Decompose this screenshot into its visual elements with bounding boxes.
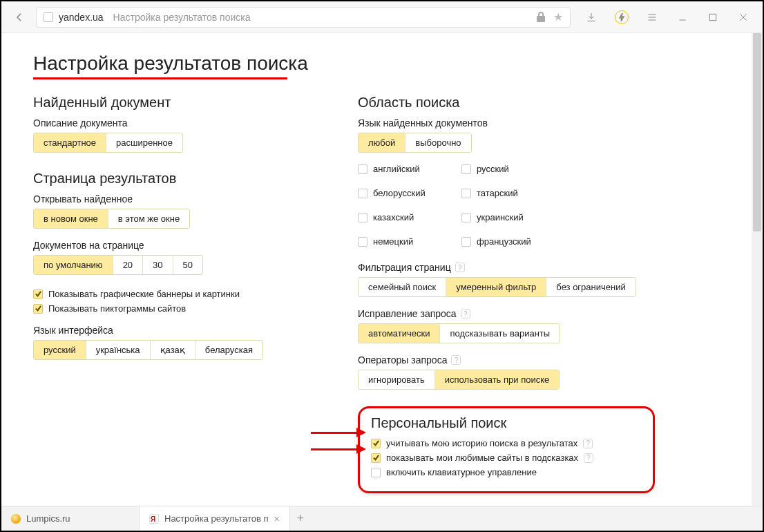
description-toggle: стандартное расширенное: [33, 133, 183, 153]
browser-toolbar: yandex.ua Настройка результатов поиска ★: [1, 1, 763, 33]
scrollbar-thumb[interactable]: [753, 33, 761, 231]
label-open-found: Открывать найденное: [33, 193, 309, 205]
docs-50-button[interactable]: 50: [173, 256, 202, 274]
title-underline: [33, 77, 287, 79]
iface-ru-button[interactable]: русский: [34, 341, 86, 359]
checkbox-lang-german[interactable]: [358, 237, 367, 247]
open-found-toggle: в новом окне в этом же окне: [33, 209, 190, 229]
label-page-filter: Фильтрация страниц?: [358, 262, 655, 273]
checkbox-lang-belarusian[interactable]: [358, 189, 367, 198]
checkbox-show-favicons[interactable]: [33, 304, 43, 314]
label-lang-english: английский: [373, 164, 420, 174]
doc-language-toggle: любой выборочно: [358, 133, 472, 153]
page-filter-toggle: семейный поиск умеренный фильтр без огра…: [358, 277, 636, 297]
help-icon[interactable]: ?: [455, 263, 465, 272]
label-doc-language: Язык найденных документов: [358, 117, 655, 129]
iface-by-button[interactable]: беларуская: [195, 341, 262, 359]
open-newwindow-button[interactable]: в новом окне: [34, 209, 108, 228]
checkbox-lang-ukrainian[interactable]: [461, 213, 471, 222]
address-bar[interactable]: yandex.ua Настройка результатов поиска ★: [36, 7, 571, 28]
checkbox-use-history[interactable]: [371, 439, 381, 448]
checkbox-show-banners[interactable]: [33, 289, 43, 299]
help-icon[interactable]: ?: [584, 453, 593, 463]
label-lang-russian: русский: [477, 164, 509, 174]
section-search-scope: Область поиска: [358, 95, 655, 111]
docs-default-button[interactable]: по умолчанию: [34, 256, 113, 274]
favicon-icon: [11, 514, 21, 524]
filter-moderate-button[interactable]: умеренный фильтр: [446, 278, 546, 296]
docs-per-page-toggle: по умолчанию 20 30 50: [33, 255, 203, 275]
help-icon[interactable]: ?: [583, 439, 593, 448]
tab-yandex-settings[interactable]: Я Настройка результатов п ×: [140, 506, 290, 531]
label-query-operators: Операторы запроса?: [358, 354, 655, 365]
label-description: Описание документа: [33, 117, 309, 129]
iface-kk-button[interactable]: қазақ: [151, 341, 195, 359]
personal-search-box: Персональный поиск учитывать мою историю…: [358, 406, 655, 493]
help-icon[interactable]: ?: [461, 309, 470, 319]
iface-ua-button[interactable]: українська: [86, 341, 151, 359]
section-found-document: Найденный документ: [33, 95, 309, 111]
description-extended-button[interactable]: расширенное: [106, 133, 182, 152]
fix-auto-button[interactable]: автоматически: [359, 324, 440, 343]
label-lang-ukrainian: украинский: [477, 212, 524, 222]
checkbox-lang-kazakh[interactable]: [358, 213, 367, 222]
lock-icon: [535, 11, 546, 23]
downloads-button[interactable]: [577, 5, 605, 30]
description-standard-button[interactable]: стандартное: [34, 133, 106, 152]
lang-any-button[interactable]: любой: [359, 133, 405, 152]
checkbox-show-favorites[interactable]: [371, 453, 381, 463]
interface-lang-toggle: русский українська қазақ беларуская: [33, 340, 263, 360]
ops-ignore-button[interactable]: игнорировать: [359, 370, 435, 389]
label-lang-tatar: татарский: [477, 188, 518, 198]
section-personal-search: Персональный поиск: [371, 415, 642, 431]
filter-family-button[interactable]: семейный поиск: [359, 278, 446, 296]
correction-toggle: автоматически подсказывать варианты: [358, 323, 560, 343]
checkbox-lang-french[interactable]: [461, 237, 471, 247]
svg-rect-0: [537, 16, 545, 22]
checkbox-keyboard-nav[interactable]: [371, 468, 381, 477]
checkbox-lang-english[interactable]: [358, 164, 367, 174]
window-close-button[interactable]: [729, 5, 757, 30]
bookmark-star-icon[interactable]: ★: [553, 10, 563, 23]
page-viewport: Настройка результатов поиска Найденный д…: [1, 33, 763, 506]
label-show-favicons: Показывать пиктограммы сайтов: [48, 303, 186, 314]
menu-button[interactable]: [638, 5, 666, 30]
tab-close-button[interactable]: ×: [274, 513, 280, 524]
tab-lumpics[interactable]: Lumpics.ru: [1, 506, 140, 531]
scrollbar[interactable]: [752, 33, 763, 506]
docs-30-button[interactable]: 30: [143, 256, 173, 274]
ops-use-button[interactable]: использовать при поиске: [435, 370, 559, 389]
back-button[interactable]: [7, 5, 32, 30]
checkbox-lang-tatar[interactable]: [461, 189, 471, 198]
label-docs-per-page: Документов на странице: [33, 240, 309, 251]
operators-toggle: игнорировать использовать при поиске: [358, 370, 560, 390]
extension-button[interactable]: [608, 5, 636, 30]
docs-20-button[interactable]: 20: [113, 256, 143, 274]
site-info-icon[interactable]: [44, 12, 53, 22]
section-results-page: Страница результатов: [33, 171, 309, 187]
label-keyboard-nav: включить клавиатурное управление: [386, 467, 537, 477]
fix-suggest-button[interactable]: подсказывать варианты: [440, 324, 560, 343]
favicon-icon: Я: [149, 514, 159, 524]
open-samewindow-button[interactable]: в этом же окне: [108, 209, 189, 228]
label-interface-lang: Язык интерфейса: [33, 325, 309, 336]
help-icon[interactable]: ?: [451, 355, 461, 365]
label-lang-french: французский: [477, 236, 531, 247]
label-query-correction: Исправление запроса?: [358, 308, 655, 319]
label-use-history: учитывать мою историю поиска в результат…: [386, 438, 577, 448]
label-lang-belarusian: белорусский: [373, 188, 426, 198]
lang-select-button[interactable]: выборочно: [405, 133, 470, 152]
tab-label: Настройка результатов п: [164, 513, 269, 524]
window-minimize-button[interactable]: [669, 5, 696, 30]
new-tab-button[interactable]: +: [290, 506, 311, 531]
label-lang-german: немецкий: [373, 236, 413, 247]
page-title: Настройка результатов поиска: [33, 53, 731, 75]
svg-rect-1: [709, 14, 716, 20]
filter-none-button[interactable]: без ограничений: [546, 278, 635, 296]
label-show-banners: Показывать графические баннеры и картинк…: [48, 289, 240, 299]
url-domain: yandex.ua: [59, 12, 104, 23]
label-show-favorites: показывать мои любимые сайты в подсказка…: [386, 453, 578, 463]
label-lang-kazakh: казахский: [373, 212, 414, 222]
window-maximize-button[interactable]: [699, 5, 727, 30]
checkbox-lang-russian[interactable]: [461, 164, 471, 174]
